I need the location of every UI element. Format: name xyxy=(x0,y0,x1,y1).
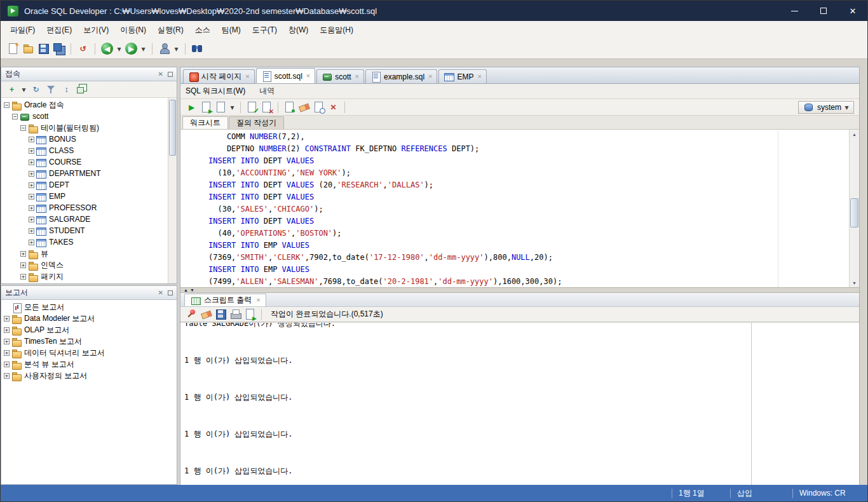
splitter-down-icon[interactable]: ▼ xyxy=(190,288,194,292)
tab-close-icon[interactable]: × xyxy=(306,72,310,79)
expand-icon[interactable]: + xyxy=(29,217,34,222)
menu-item-5[interactable]: 실행(R) xyxy=(152,22,189,38)
minimize-button[interactable] xyxy=(780,1,809,21)
tree-item[interactable]: +OLAP 보고서 xyxy=(1,324,177,336)
document-tab[interactable]: 시작 페이지× xyxy=(183,69,255,83)
tree-item[interactable]: +사용자정의 보고서 xyxy=(1,370,177,381)
document-tab[interactable]: scott× xyxy=(316,69,364,83)
save-all-icon[interactable] xyxy=(53,43,65,55)
add-connection-dropdown-icon[interactable] xyxy=(21,83,27,95)
sql-editor[interactable]: COMM NUMBER(7,2), DEPTNO NUMBER(2) CONST… xyxy=(180,130,859,287)
tree-item[interactable]: 모든 보고서 xyxy=(1,301,177,313)
expand-icon[interactable]: + xyxy=(20,262,26,268)
explain-plan-icon[interactable] xyxy=(215,101,227,113)
forward-icon[interactable] xyxy=(125,43,137,55)
expand-icon[interactable]: + xyxy=(4,339,10,344)
expand-icon[interactable]: + xyxy=(29,205,34,211)
save-output-icon[interactable] xyxy=(215,308,227,320)
tree-item[interactable]: +SALGRADE xyxy=(1,214,168,225)
expand-icon[interactable]: + xyxy=(4,350,10,356)
tree-item[interactable]: −Oracle 접속 xyxy=(1,99,168,111)
tree-item[interactable]: −scott xyxy=(1,111,168,122)
expand-icon[interactable]: + xyxy=(4,327,10,333)
maximize-button[interactable] xyxy=(809,1,838,21)
tree-item[interactable]: +뷰 xyxy=(1,248,168,259)
menu-item-4[interactable]: 이동(N) xyxy=(114,22,152,38)
run-statement-icon[interactable] xyxy=(186,101,198,113)
search-icon[interactable] xyxy=(191,43,203,55)
expand-icon[interactable]: + xyxy=(29,148,34,154)
tree-item[interactable]: +EMP xyxy=(1,191,168,202)
connection-selector[interactable]: system xyxy=(798,101,854,114)
menu-item-10[interactable]: 도움말(H) xyxy=(314,22,359,38)
scroll-down-icon[interactable]: ▼ xyxy=(850,278,859,287)
menu-item-1[interactable]: 파일(F) xyxy=(4,22,41,38)
expand-icon[interactable]: + xyxy=(29,194,34,200)
tree-item[interactable]: +분석 뷰 보고서 xyxy=(1,358,177,370)
script-output-tab[interactable]: 스크립트 출력 × xyxy=(184,294,266,306)
editor-view-tab[interactable]: 워크시트 xyxy=(182,116,228,129)
connections-panel-close-icon[interactable]: ✕ xyxy=(158,71,163,78)
clone-connections-icon[interactable] xyxy=(76,83,88,95)
connection-dropdown-icon[interactable] xyxy=(844,101,850,113)
tree-item[interactable]: +인덱스 xyxy=(1,259,168,271)
history-label[interactable]: 내역 xyxy=(259,86,275,97)
expand-icon[interactable]: + xyxy=(4,373,10,379)
tree-item[interactable]: +PROFESSOR xyxy=(1,202,168,214)
editor-view-tab[interactable]: 질의 작성기 xyxy=(229,116,284,129)
tree-item[interactable]: +BONUS xyxy=(1,133,168,145)
tab-close-icon[interactable]: × xyxy=(428,73,432,80)
expand-icon[interactable]: + xyxy=(29,228,34,234)
tree-item[interactable]: +DEPT xyxy=(1,179,168,191)
cancel-icon[interactable] xyxy=(327,101,339,113)
expand-icon[interactable]: + xyxy=(29,171,34,177)
commit-icon[interactable] xyxy=(246,101,258,113)
document-tab[interactable]: scott.sql× xyxy=(256,68,315,83)
tree-item[interactable]: +DEPARTMENT xyxy=(1,168,168,179)
reports-panel-menu-icon[interactable] xyxy=(168,290,173,295)
menu-item-6[interactable]: 소스 xyxy=(189,22,216,38)
filter-icon[interactable] xyxy=(45,83,57,95)
expand-icon[interactable]: + xyxy=(29,240,34,245)
refresh-icon[interactable] xyxy=(30,83,42,95)
expand-icon[interactable]: + xyxy=(4,316,10,322)
editor-output-splitter[interactable]: ▲ ▼ xyxy=(180,287,859,293)
sort-icon[interactable] xyxy=(60,83,72,95)
menu-item-9[interactable]: 창(W) xyxy=(283,22,314,38)
run-script-icon[interactable] xyxy=(200,101,212,113)
collapse-icon[interactable]: − xyxy=(12,114,18,119)
add-connection-icon[interactable] xyxy=(6,83,18,95)
tree-item[interactable]: −테이블(필터링됨) xyxy=(1,122,168,133)
tree-item[interactable]: +TAKES xyxy=(1,236,168,248)
tree-item[interactable]: +COURSE xyxy=(1,156,168,168)
editor-scrollbar[interactable]: ▲ ▼ xyxy=(849,130,859,287)
menu-item-2[interactable]: 편집(E) xyxy=(41,22,78,38)
menu-item-3[interactable]: 보기(V) xyxy=(78,22,114,38)
scrollbar-thumb[interactable] xyxy=(850,198,858,227)
open-file-icon[interactable] xyxy=(22,43,34,55)
tree-item[interactable]: +패키지 xyxy=(1,271,168,282)
connections-panel-menu-icon[interactable] xyxy=(168,72,173,77)
document-tab[interactable]: EMP× xyxy=(438,69,486,83)
splitter-up-icon[interactable]: ▲ xyxy=(184,288,188,292)
tab-close-icon[interactable]: × xyxy=(355,73,359,80)
close-button[interactable]: ✕ xyxy=(838,1,867,21)
tab-close-icon[interactable]: × xyxy=(478,73,482,80)
menu-item-8[interactable]: 도구(T) xyxy=(247,22,283,38)
expand-icon[interactable]: + xyxy=(29,137,34,142)
open-in-worksheet-icon[interactable] xyxy=(244,308,256,320)
document-tab[interactable]: example.sql× xyxy=(365,69,437,83)
reports-panel-close-icon[interactable]: ✕ xyxy=(158,290,163,296)
menu-item-7[interactable]: 팀(M) xyxy=(216,22,247,38)
forward-history-dropdown-icon[interactable] xyxy=(140,43,146,55)
print-output-icon[interactable] xyxy=(229,308,241,320)
unshared-worksheet-icon[interactable] xyxy=(283,101,295,113)
tree-item[interactable]: +STUDENT xyxy=(1,225,168,236)
expand-icon[interactable]: + xyxy=(29,159,34,165)
tree-item[interactable]: +TimesTen 보고서 xyxy=(1,336,177,347)
explain-plan-dropdown-icon[interactable] xyxy=(229,101,235,113)
back-history-dropdown-icon[interactable] xyxy=(116,43,122,55)
clear-icon[interactable] xyxy=(298,101,310,113)
tree-item[interactable]: +Data Modeler 보고서 xyxy=(1,313,177,324)
clear-output-icon[interactable] xyxy=(200,308,212,320)
